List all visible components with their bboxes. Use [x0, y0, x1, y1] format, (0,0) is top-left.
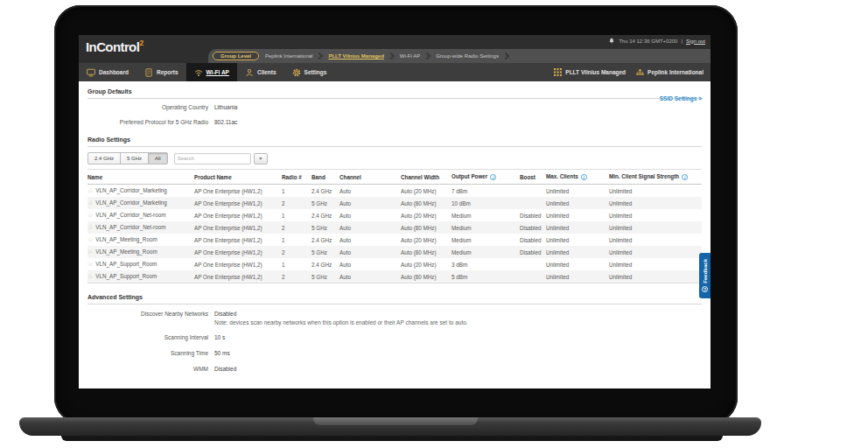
- cell: Unlimited: [546, 234, 609, 246]
- cell: [520, 270, 546, 284]
- field-value: 802.11ac: [214, 119, 702, 126]
- feedback-label: Feedback: [703, 259, 708, 284]
- column-header: Min. Client Signal Strengthi: [609, 170, 702, 185]
- cell: 2: [282, 221, 312, 234]
- cell: 3 dBm: [452, 258, 520, 270]
- radio-settings-title: Radio Settings: [88, 136, 702, 147]
- column-header: Output Poweri: [452, 170, 520, 185]
- cell: Unlimited: [546, 197, 609, 209]
- grid-icon: [554, 68, 562, 76]
- cell: [520, 197, 546, 209]
- table-row[interactable]: ☆VLN_AP_Support_RoomAP One Enterprise (H…: [88, 258, 702, 270]
- nav-item-settings[interactable]: Settings: [284, 63, 335, 81]
- table-row[interactable]: ☆VLN_AP_Corridor_MarketingAP One Enterpr…: [88, 197, 702, 209]
- cell: Unlimited: [609, 270, 702, 284]
- bell-icon[interactable]: [608, 38, 615, 44]
- star-icon[interactable]: ☆: [88, 224, 93, 230]
- star-icon[interactable]: ☆: [88, 273, 93, 279]
- nav-item-clients[interactable]: Clients: [237, 63, 284, 81]
- advanced-settings-fields: Discover Nearby Networks Disabled Note: …: [88, 311, 702, 373]
- radio-table-header-row: NameProduct NameRadio #BandChannelChanne…: [88, 170, 702, 185]
- breadcrumb-item-organization[interactable]: Peplink International: [265, 53, 312, 59]
- star-icon[interactable]: ☆: [88, 212, 93, 218]
- info-icon[interactable]: i: [682, 174, 688, 180]
- cell: 2: [282, 270, 312, 284]
- table-row[interactable]: ☆VLN_AP_Meeting_RoomAP One Enterprise (H…: [88, 246, 702, 258]
- star-icon[interactable]: ☆: [88, 261, 93, 267]
- star-icon[interactable]: ☆: [88, 200, 93, 206]
- organization-selector[interactable]: Peplink International: [636, 68, 704, 76]
- field-label: Scanning Time: [88, 350, 208, 357]
- cell: 2.4 GHz: [312, 209, 340, 221]
- cell: Unlimited: [609, 258, 702, 270]
- column-header: Radio #: [282, 170, 312, 185]
- band-tab-5ghz[interactable]: 5 GHz: [120, 152, 149, 164]
- field-value: 10 s: [214, 334, 702, 341]
- cell: 2.4 GHz: [312, 234, 340, 246]
- star-icon[interactable]: ☆: [88, 236, 93, 242]
- field-value: 50 ms: [214, 350, 702, 357]
- cell: 5 GHz: [312, 246, 340, 258]
- sign-out-link[interactable]: Sign out: [686, 38, 705, 44]
- wifi-icon: [194, 68, 203, 77]
- cell: Unlimited: [546, 221, 609, 234]
- field-label: Preferred Protocol for 5 GHz Radio: [88, 119, 208, 126]
- star-icon[interactable]: ☆: [88, 248, 93, 255]
- table-row[interactable]: ☆VLN_AP_Corridor_MarketingAP One Enterpr…: [88, 185, 702, 198]
- cell: AP One Enterprise (HW1,2): [194, 258, 282, 270]
- cell-name: ☆VLN_AP_Corridor_Marketing: [88, 185, 194, 198]
- cell-name: ☆VLN_AP_Support_Room: [88, 258, 194, 270]
- nav-item-dashboard[interactable]: Dashboard: [79, 63, 136, 81]
- cell: Unlimited: [546, 258, 609, 270]
- cell: 5 GHz: [312, 270, 340, 284]
- table-row[interactable]: ☆VLN_AP_Corridor_Net-roomAP One Enterpri…: [88, 221, 702, 234]
- nav-item-wifi-ap[interactable]: Wi-Fi AP: [186, 63, 237, 81]
- table-row[interactable]: ☆VLN_AP_Support_RoomAP One Enterprise (H…: [88, 270, 702, 284]
- field-value: Lithuania: [214, 104, 702, 111]
- cell: Unlimited: [546, 246, 609, 258]
- search-dropdown-button[interactable]: ▾: [254, 153, 268, 164]
- feedback-tab[interactable]: Feedback ?: [699, 253, 710, 298]
- feedback-icon: ?: [702, 286, 708, 292]
- group-selector-label: PLLT Vilnius Managed: [565, 69, 626, 75]
- cell: Medium: [452, 234, 520, 246]
- breadcrumb-item-group[interactable]: PLLT Vilnius Managed: [328, 53, 383, 59]
- ssid-settings-link[interactable]: SSID Settings >: [660, 95, 702, 102]
- laptop-mockup: InControl2 Thu 14 12:36 GMT+0200 | Sign …: [0, 0, 868, 448]
- table-row[interactable]: ☆VLN_AP_Meeting_RoomAP One Enterprise (H…: [88, 234, 702, 246]
- cell: Auto: [340, 234, 401, 246]
- cell: 5 GHz: [312, 221, 340, 234]
- star-icon[interactable]: ☆: [88, 187, 93, 193]
- column-header: Band: [312, 170, 340, 185]
- cell: 2: [282, 246, 312, 258]
- info-icon[interactable]: i: [490, 174, 496, 180]
- cell: Auto (20 MHz): [401, 209, 452, 221]
- cell: Auto (20 MHz): [401, 258, 452, 270]
- cell: Disabled: [520, 221, 546, 234]
- advanced-settings-title: Advanced Settings: [88, 294, 702, 304]
- breadcrumb-item-radio-settings[interactable]: Group-wide Radio Settings: [436, 53, 499, 59]
- cell: 5 GHz: [312, 197, 340, 209]
- cell: Auto: [340, 197, 401, 209]
- chevron-right-icon: [424, 52, 430, 60]
- table-row[interactable]: ☆VLN_AP_Corridor_Net-roomAP One Enterpri…: [88, 209, 702, 221]
- status-bar: Thu 14 12:36 GMT+0200 | Sign out: [608, 38, 705, 44]
- group-selector[interactable]: PLLT Vilnius Managed: [554, 68, 626, 76]
- field-scanning-interval: Scanning Interval 10 s: [88, 334, 702, 341]
- caret-down-icon: ▾: [259, 156, 262, 161]
- nav-label: Reports: [157, 69, 178, 75]
- band-tab-all[interactable]: All: [148, 152, 168, 164]
- band-tab-24ghz[interactable]: 2.4 GHz: [88, 152, 121, 164]
- field-discover-nearby-networks: Discover Nearby Networks Disabled Note: …: [88, 311, 702, 326]
- cell: 5 dBm: [452, 270, 520, 284]
- group-level-pill[interactable]: Group Level: [213, 52, 259, 60]
- chevron-right-icon: [316, 52, 323, 60]
- nav-item-reports[interactable]: Reports: [136, 63, 186, 81]
- search-input[interactable]: [174, 153, 251, 164]
- cell: Medium: [452, 221, 520, 234]
- breadcrumb-item-wifi-ap[interactable]: Wi-Fi AP: [400, 53, 420, 59]
- cell: 7 dBm: [452, 185, 520, 198]
- info-icon[interactable]: i: [581, 174, 587, 180]
- column-header: Product Name: [194, 170, 282, 185]
- cell: 1: [282, 185, 312, 198]
